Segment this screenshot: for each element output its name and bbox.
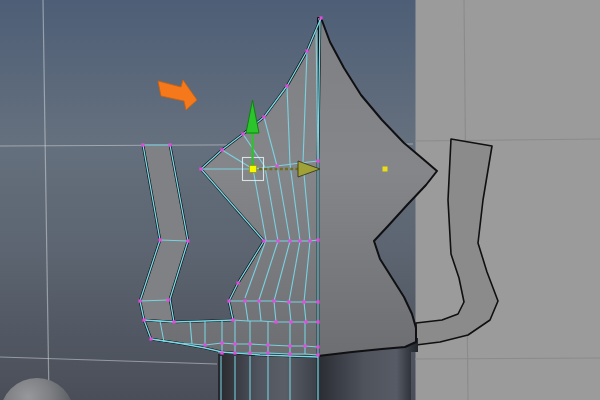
mesh-vertex[interactable]	[316, 345, 319, 348]
mesh-vertex[interactable]	[172, 320, 175, 323]
mesh-vertex[interactable]	[248, 351, 251, 354]
mesh-vertex[interactable]	[220, 148, 223, 151]
mesh-vertex[interactable]	[142, 318, 145, 321]
mesh-vertex[interactable]	[316, 353, 319, 356]
mesh-vertex[interactable]	[168, 143, 171, 146]
mesh-vertex[interactable]	[276, 239, 279, 242]
mesh-vertex[interactable]	[233, 342, 236, 345]
mesh-vertex[interactable]	[220, 341, 223, 344]
mesh-vertex[interactable]	[288, 344, 291, 347]
mesh-vertex[interactable]	[243, 299, 246, 302]
mesh-vertex[interactable]	[158, 238, 161, 241]
mesh-vertex[interactable]	[316, 300, 319, 303]
mesh-vertex[interactable]	[272, 299, 275, 302]
mesh-vertex[interactable]	[266, 343, 269, 346]
mesh-vertex[interactable]	[257, 299, 260, 302]
mesh-vertex[interactable]	[262, 239, 265, 242]
mesh-vertex[interactable]	[316, 159, 319, 162]
mesh-vertex[interactable]	[289, 320, 292, 323]
mesh-vertex[interactable]	[275, 164, 278, 167]
mesh-vertex[interactable]	[220, 351, 223, 354]
mesh-vertex[interactable]	[233, 351, 236, 354]
mesh-vertex[interactable]	[308, 239, 311, 242]
mesh-vertex[interactable]	[285, 84, 288, 87]
mesh-vertex[interactable]	[316, 238, 319, 241]
viewport-canvas[interactable]	[0, 0, 600, 400]
mesh-vertex[interactable]	[199, 167, 202, 170]
mesh-vertex[interactable]	[288, 352, 291, 355]
mesh-vertex[interactable]	[302, 300, 305, 303]
selected-vertex[interactable]	[250, 166, 257, 173]
mesh-vertex[interactable]	[231, 318, 234, 321]
mesh-vertex[interactable]	[305, 49, 308, 52]
mesh-vertex[interactable]	[241, 132, 244, 135]
pedestal-left[interactable]	[218, 354, 320, 400]
mesh-vertex[interactable]	[149, 337, 152, 340]
mesh-vertex[interactable]	[316, 320, 319, 323]
mesh-vertex[interactable]	[298, 239, 301, 242]
mesh-vertex[interactable]	[138, 299, 141, 302]
mesh-vertex[interactable]	[141, 143, 144, 146]
mesh-vertex[interactable]	[236, 281, 239, 284]
mesh-vertex[interactable]	[186, 239, 189, 242]
mesh-vertex[interactable]	[166, 298, 169, 301]
mesh-vertex[interactable]	[303, 344, 306, 347]
mirror-side-vertex-marker[interactable]	[383, 167, 388, 172]
mesh-vertex[interactable]	[319, 16, 322, 19]
mesh-vertex[interactable]	[274, 320, 277, 323]
maya-viewport[interactable]	[0, 0, 600, 400]
mesh-vertex[interactable]	[287, 300, 290, 303]
mesh-vertex[interactable]	[203, 343, 206, 346]
mesh-vertex[interactable]	[262, 115, 265, 118]
mesh-vertex[interactable]	[266, 351, 269, 354]
mesh-vertex[interactable]	[227, 299, 230, 302]
mesh-vertex[interactable]	[248, 342, 251, 345]
mesh-vertex[interactable]	[288, 239, 291, 242]
mesh-vertex[interactable]	[304, 320, 307, 323]
